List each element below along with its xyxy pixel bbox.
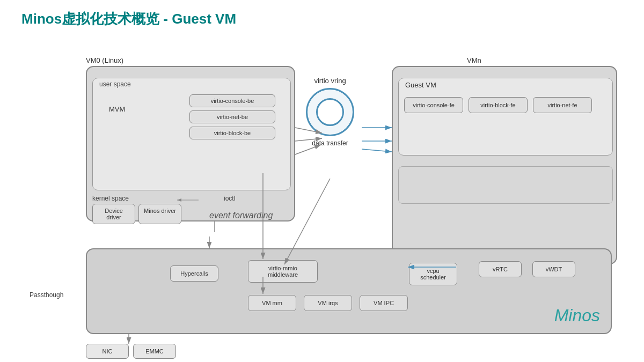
vring-outer-circle xyxy=(306,88,354,136)
user-space-box: user space MVM virtio-console-be virtio-… xyxy=(92,78,291,190)
minos-driver-box: Minos driver xyxy=(138,204,181,224)
ioctl-label: ioctl xyxy=(224,195,235,202)
virtio-block-be: virtio-block-be xyxy=(189,127,275,139)
vwdt-box: vWDT xyxy=(532,261,575,277)
nic-box: NIC xyxy=(86,344,129,359)
hw-area: NIC EMMC UART/I2C/SPI etc xyxy=(86,344,209,362)
guest-virtio-group: virtio-console-fe virtio-block-fe virtio… xyxy=(404,97,592,113)
vm-mm-box: VM mm xyxy=(248,295,296,311)
minos-box: Minos Hypercalls virtio-mmio middleware … xyxy=(86,248,612,334)
virtio-net-fe: virtio-net-fe xyxy=(533,97,592,113)
guest-vm-box: Guest VM virtio-console-fe virtio-block-… xyxy=(398,78,613,156)
vcpu-box: vcpu scheduler xyxy=(409,263,457,285)
vrtc-box: vRTC xyxy=(479,261,522,277)
vring-area: virtio vring data transfer xyxy=(298,77,362,147)
hypercalls-box: Hypercalls xyxy=(170,265,218,282)
virtio-net-be: virtio-net-be xyxy=(189,110,275,123)
driver-boxes: Device driver Minos driver xyxy=(92,204,181,224)
vm-irqs-box: VM irqs xyxy=(304,295,352,311)
virtio-console-fe: virtio-console-fe xyxy=(404,97,463,113)
passthough-label: Passthough xyxy=(30,291,63,299)
vm0-label: VM0 (Linux) xyxy=(86,56,123,64)
vmn-box: Guest VM virtio-console-fe virtio-block-… xyxy=(392,66,617,264)
mvm-label: MVM xyxy=(109,105,125,113)
minos-brand: Minos xyxy=(554,306,600,326)
vring-inner-circle xyxy=(316,98,344,126)
device-driver-box: Device driver xyxy=(92,204,135,224)
vring-label: virtio vring xyxy=(298,77,362,85)
emmc-box: EMMC xyxy=(133,344,176,359)
vm0-box: user space MVM virtio-console-be virtio-… xyxy=(86,66,295,221)
vm-group: VM mm VM irqs VM IPC xyxy=(248,295,408,311)
event-forwarding-label: event forwarding xyxy=(209,211,273,220)
virtio-block-fe: virtio-block-fe xyxy=(469,97,528,113)
guest-vm-label: Guest VM xyxy=(405,81,436,89)
kernel-space-label: kernel space xyxy=(92,195,129,202)
virtio-mmio-box: virtio-mmio middleware xyxy=(248,260,318,283)
data-transfer-label: data transfer xyxy=(298,139,362,147)
vm-ipc-box: VM IPC xyxy=(360,295,408,311)
page-title: Minos虚拟化技术概览 - Guest VM xyxy=(0,0,644,34)
vmn-label: VMn xyxy=(467,56,481,64)
virtio-be-group: virtio-console-be virtio-net-be virtio-b… xyxy=(189,94,275,139)
user-space-label: user space xyxy=(99,80,131,88)
hw-row1: NIC EMMC xyxy=(86,344,209,359)
diagram-area: user space MVM virtio-console-be virtio-… xyxy=(0,34,644,362)
svg-line-7 xyxy=(362,149,392,152)
virtio-console-be: virtio-console-be xyxy=(189,94,275,107)
virtual-devices-box: virtual console virtual net virtual disk xyxy=(398,166,613,204)
